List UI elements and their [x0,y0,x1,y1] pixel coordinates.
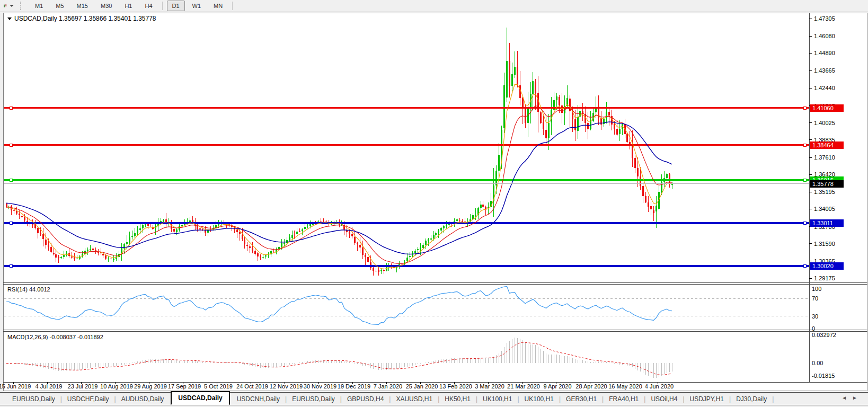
macd-panel[interactable] [4,332,809,382]
time-axis[interactable] [4,382,809,391]
price-axis[interactable] [810,13,868,382]
tab-USDCAD-Daily[interactable]: USDCAD,Daily [171,391,229,405]
tab-EURUSD-Daily[interactable]: EURUSD,Daily [7,394,60,404]
rsi-panel[interactable] [4,285,809,330]
chart-title-text: USDCAD,Daily 1.35697 1.35866 1.35401 1.3… [14,15,156,22]
tab-UK100-H1[interactable]: UK100,H1 [520,394,559,404]
tab-XAUUSD-H1[interactable]: XAUUSD,H1 [391,394,437,404]
price-panel[interactable] [4,13,809,282]
tab-USDCHF-Daily[interactable]: USDCHF,Daily [63,394,114,404]
triangle-down-icon [7,17,12,20]
tab-GER30-H1[interactable]: GER30,H1 [561,394,601,404]
timeframe-button-H4[interactable]: H4 [139,1,157,11]
left-arrow-icon[interactable]: ◄ [842,395,852,401]
tab-separator: | [772,395,774,403]
tab-UK100-H1[interactable]: UK100,H1 [478,394,517,404]
timeframe-button-H1[interactable]: H1 [119,1,137,11]
timeframe-button-M30[interactable]: M30 [95,1,117,11]
caret-down-icon [10,5,14,7]
tab-USOil-H4[interactable]: USOil,H4 [646,394,682,404]
tab-DJ30-Daily[interactable]: DJ30,Daily [731,394,772,404]
tab-EURUSD-Daily[interactable]: EURUSD,Daily [287,394,340,404]
chart-type-icon[interactable] [3,2,14,10]
timeframe-button-MN[interactable]: MN [208,1,228,11]
tab-USDCNH-Daily[interactable]: USDCNH,Daily [232,394,285,404]
right-arrow-icon[interactable]: ► [852,395,863,401]
tab-scroll-arrows: ◄► [842,395,863,401]
timeframe-button-M5[interactable]: M5 [50,1,69,11]
toolbar-separator [162,2,163,10]
toolbar-grip[interactable] [20,2,23,10]
tab-AUDUSD-Daily[interactable]: AUDUSD,Daily [117,394,169,404]
tab-GBPUSD-H4[interactable]: GBPUSD,H4 [342,394,388,404]
timeframe-toolbar: M1M5M15M30H1H4D1W1MN [0,0,868,12]
tab-USDJPY-H1[interactable]: USDJPY,H1 [685,394,729,404]
timeframe-button-D1[interactable]: D1 [167,1,185,11]
timeframe-button-W1[interactable]: W1 [187,1,207,11]
chart-title: USDCAD,Daily 1.35697 1.35866 1.35401 1.3… [7,15,156,22]
tab-FRA40-H1[interactable]: FRA40,H1 [604,394,643,404]
tab-HK50-H1[interactable]: HK50,H1 [440,394,475,404]
trading-platform-window: { "toolbar": { "chart_type_icon": "candl… [0,0,868,407]
symbol-tabbar: EURUSD,Daily|USDCHF,Daily|AUDUSD,DailyUS… [0,392,868,405]
timeframe-button-M1[interactable]: M1 [30,1,48,11]
toolbar-separator [232,2,233,10]
timeframe-button-M15[interactable]: M15 [72,1,93,11]
